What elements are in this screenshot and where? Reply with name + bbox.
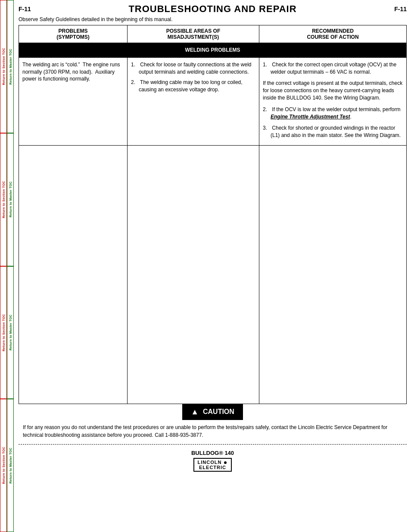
footer: BULLDOG® 140 LINCOLN ELECTRIC (19, 446, 407, 475)
dashed-divider (19, 444, 407, 445)
action-item-1b: If the correct voltage is present at the… (263, 80, 402, 101)
list-item: 2. If the OCV is low at the welder outpu… (263, 106, 403, 121)
logo-lincoln: LINCOLN (198, 460, 222, 465)
caution-text: If for any reason you do not understand … (19, 420, 407, 442)
sidebar-label-7: Return to Section TOC (2, 447, 6, 484)
misadjustments-cell: 1. Check for loose or faulty connections… (128, 57, 259, 145)
misadj-item-1: Check for loose or faulty connections at… (139, 61, 255, 76)
problem-text: The welding arc is “cold.” The engine ru… (22, 62, 120, 82)
empty-row (19, 145, 407, 404)
page-header: F-11 TROUBLESHOOTING AND REPAIR F-11 (19, 3, 407, 15)
sidebar-item-section-toc-4[interactable]: Return to Section TOC (0, 399, 7, 532)
caution-triangle-icon: ▲ (191, 408, 199, 417)
misadj-item-2: The welding cable may be too long or coi… (139, 79, 255, 93)
sidebar-label-6: Return to Master TOC (9, 314, 12, 350)
list-item: If the correct voltage is present at the… (263, 80, 403, 101)
sidebar-item-section-toc-2[interactable]: Return to Section TOC (0, 133, 7, 266)
sidebar-label-1: Return to Section TOC (2, 48, 6, 85)
sidebar-item-master-toc-2[interactable]: Return to Master TOC (7, 133, 14, 266)
action-list: 1. Check for the correct open circuit vo… (263, 61, 403, 139)
sidebar-label-2: Return to Master TOC (9, 49, 12, 84)
list-item: 2. The welding cable may be too long or … (131, 79, 255, 93)
safety-note: Observe Safety Guidelines detailed in th… (19, 16, 407, 22)
brand-name: BULLDOG® 140 (22, 450, 403, 456)
action-item-2: If the OCV is low at the welder output t… (271, 106, 403, 121)
misadj-list: 1. Check for loose or faulty connections… (131, 61, 255, 93)
engine-throttle-link[interactable]: Engine Throttle Adjustment Test (271, 114, 350, 120)
section-toc-column: Return to Section TOC Return to Section … (0, 0, 7, 532)
header-misadjustments: POSSIBLE AREAS OFMISADJUSTMENT(S) (128, 25, 259, 43)
header-problems: PROBLEMS(SYMPTOMS) (19, 25, 128, 43)
action-item-3: Check for shorted or grounded windings i… (271, 124, 403, 139)
sidebar-label-5: Return to Section TOC (2, 314, 6, 352)
section-header-row: WELDING PROBLEMS (19, 43, 407, 58)
sidebar-label-4: Return to Master TOC (9, 181, 12, 217)
header-action: RECOMMENDEDCOURSE OF ACTION (259, 25, 407, 43)
sidebar-item-master-toc-4[interactable]: Return to Master TOC (7, 399, 14, 532)
caution-section: ▲ CAUTION If for any reason you do not u… (19, 404, 407, 442)
problems-cell: The welding arc is “cold.” The engine ru… (19, 57, 128, 145)
sidebar-item-section-toc-1[interactable]: Return to Section TOC (0, 0, 7, 133)
sidebar-label-8: Return to Master TOC (9, 448, 12, 483)
caution-label: CAUTION (203, 408, 234, 416)
sidebar-item-master-toc-1[interactable]: Return to Master TOC (7, 0, 14, 133)
sidebar-label-3: Return to Section TOC (2, 181, 6, 218)
master-toc-column: Return to Master TOC Return to Master TO… (7, 0, 14, 532)
logo-electric: ELECTRIC (199, 465, 226, 470)
sidebar-item-section-toc-3[interactable]: Return to Section TOC (0, 266, 7, 399)
troubleshooting-table: PROBLEMS(SYMPTOMS) POSSIBLE AREAS OFMISA… (19, 25, 407, 404)
page-number-right: F-11 (394, 6, 407, 12)
caution-box: ▲ CAUTION (182, 404, 243, 420)
main-content: F-11 TROUBLESHOOTING AND REPAIR F-11 Obs… (14, 0, 411, 479)
action-item-1: Check for the correct open circuit volta… (271, 61, 403, 76)
page-title: TROUBLESHOOTING AND REPAIR (31, 3, 394, 15)
lincoln-logo: LINCOLN ELECTRIC (193, 458, 232, 472)
page-number-left: F-11 (19, 6, 31, 12)
list-item: 1. Check for loose or faulty connections… (131, 61, 255, 76)
list-item: 1. Check for the correct open circuit vo… (263, 61, 403, 76)
section-header-cell: WELDING PROBLEMS (19, 43, 407, 58)
logo-dot (224, 461, 227, 464)
list-item: 3. Check for shorted or grounded winding… (263, 124, 403, 139)
sidebar-strip: Return to Section TOC Return to Section … (0, 0, 14, 532)
sidebar-item-master-toc-3[interactable]: Return to Master TOC (7, 266, 14, 399)
actions-cell: 1. Check for the correct open circuit vo… (259, 57, 407, 145)
table-row: The welding arc is “cold.” The engine ru… (19, 57, 407, 145)
